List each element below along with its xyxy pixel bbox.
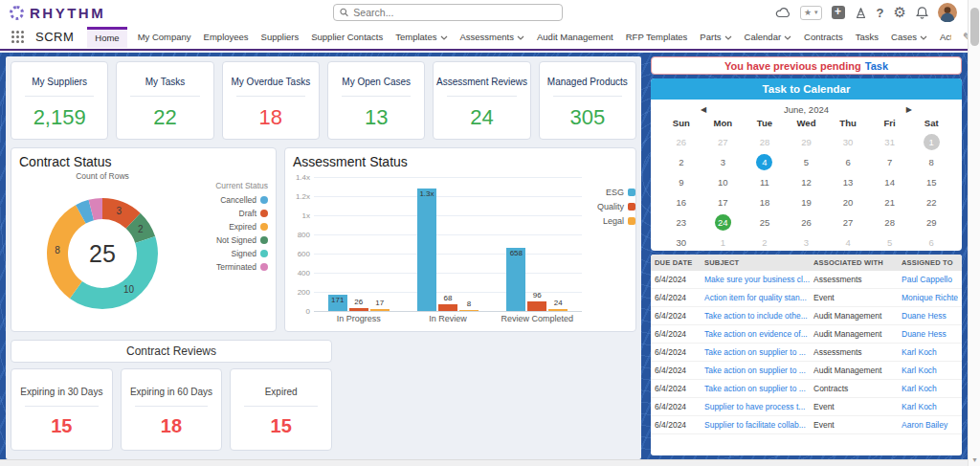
- task-assigned-to-link[interactable]: Karl Koch: [902, 402, 958, 411]
- setup-icon[interactable]: ⚙: [894, 4, 906, 21]
- kpi-card-my-overdue-tasks[interactable]: My Overdue Tasks18: [222, 61, 320, 140]
- calendar-day[interactable]: 17: [702, 192, 745, 212]
- nav-tab-my-company[interactable]: My Company: [136, 27, 193, 47]
- horizontal-scrollbar[interactable]: [0, 459, 968, 466]
- calendar-day[interactable]: 6: [910, 233, 952, 251]
- calendar-day[interactable]: 21: [869, 192, 911, 212]
- einstein-icon[interactable]: [775, 7, 791, 18]
- calendar-day[interactable]: 23: [660, 212, 702, 233]
- kpi-card-my-suppliers[interactable]: My Suppliers2,159: [11, 61, 108, 140]
- banner-task-link[interactable]: Task: [865, 60, 888, 72]
- calendar-day[interactable]: 16: [660, 192, 702, 212]
- nav-tab-supplier-contacts[interactable]: Supplier Contacts: [309, 27, 385, 47]
- calendar-day[interactable]: 25: [744, 212, 786, 233]
- review-card-expired[interactable]: Expired15: [230, 368, 332, 451]
- calendar-day[interactable]: 28: [744, 132, 786, 152]
- calendar-day[interactable]: 6: [827, 152, 869, 172]
- nav-tab-assessments[interactable]: Assessments: [458, 27, 527, 47]
- task-assigned-to-link[interactable]: Duane Hess: [902, 329, 958, 339]
- task-subject-link[interactable]: Make sure your business cl...: [704, 275, 813, 284]
- task-assigned-to-link[interactable]: Paul Cappello: [902, 275, 958, 284]
- calendar-day[interactable]: 3: [702, 152, 745, 172]
- kpi-card-assessment-reviews[interactable]: Assessment Reviews24: [433, 61, 530, 140]
- calendar-day[interactable]: 18: [744, 192, 786, 212]
- calendar-day[interactable]: 8: [910, 152, 952, 172]
- task-assigned-to-link[interactable]: Duane Hess: [902, 311, 958, 321]
- calendar-day[interactable]: 27: [702, 132, 745, 152]
- nav-tab-home[interactable]: Home: [87, 27, 126, 48]
- calendar-day[interactable]: 30: [660, 233, 702, 251]
- kpi-card-my-open-cases[interactable]: My Open Cases13: [327, 61, 425, 140]
- calendar-day[interactable]: 27: [827, 212, 869, 233]
- calendar-day[interactable]: 26: [660, 132, 702, 152]
- task-subject-link[interactable]: Take action on supplier to ...: [704, 366, 813, 375]
- task-subject-link[interactable]: Action item for quality stan...: [704, 293, 813, 302]
- quick-add-icon[interactable]: +: [832, 6, 845, 19]
- calendar-day[interactable]: 12: [786, 172, 828, 192]
- calendar-day[interactable]: 15: [910, 172, 952, 192]
- task-subject-link[interactable]: Supplier to facilitate collab...: [704, 420, 813, 430]
- calendar-day[interactable]: 31: [869, 132, 911, 152]
- calendar-next-icon[interactable]: ▶: [906, 105, 912, 114]
- calendar-day[interactable]: 10: [702, 172, 745, 192]
- task-subject-link[interactable]: Supplier to have process t...: [704, 402, 813, 411]
- task-subject-link[interactable]: Take action on evidence of...: [704, 329, 813, 339]
- avatar[interactable]: [938, 3, 957, 22]
- nav-tab-parts[interactable]: Parts: [698, 27, 733, 47]
- task-assigned-to-link[interactable]: Karl Koch: [902, 384, 958, 393]
- calendar-day[interactable]: 19: [786, 192, 828, 212]
- calendar-day[interactable]: 14: [869, 172, 911, 192]
- calendar-day[interactable]: 5: [869, 233, 911, 251]
- favorites-icon[interactable]: ★▾: [800, 6, 822, 20]
- search-input[interactable]: [353, 7, 556, 18]
- search-box[interactable]: [333, 4, 563, 21]
- task-assigned-to-link[interactable]: Monique Richter: [902, 293, 958, 302]
- scroll-down-icon[interactable]: ▼: [969, 456, 980, 463]
- nav-tab-rfp-templates[interactable]: RFP Templates: [624, 27, 690, 47]
- task-subject-link[interactable]: Take action to include othe...: [704, 311, 813, 321]
- nav-tab-employees[interactable]: Employees: [202, 27, 251, 47]
- nav-tab-action-items[interactable]: Action Items: [938, 27, 951, 47]
- nav-tab-calendar[interactable]: Calendar: [743, 27, 794, 47]
- kpi-card-my-tasks[interactable]: My Tasks22: [116, 61, 213, 140]
- review-card-expiring-in-60-days[interactable]: Expiring in 60 Days18: [121, 368, 223, 451]
- task-assigned-to-link[interactable]: Karl Koch: [902, 366, 958, 375]
- calendar-day[interactable]: 3: [786, 233, 828, 251]
- review-card-expiring-in-30-days[interactable]: Expiring in 30 Days15: [11, 368, 113, 451]
- calendar-day[interactable]: 2: [744, 233, 786, 251]
- task-subject-link[interactable]: Take action on supplier to ...: [704, 384, 813, 393]
- calendar-day[interactable]: 13: [827, 172, 869, 192]
- calendar-day[interactable]: 11: [744, 172, 786, 192]
- calendar-day[interactable]: 26: [786, 212, 828, 233]
- app-launcher-icon[interactable]: [11, 31, 24, 43]
- calendar-day[interactable]: 9: [660, 172, 702, 192]
- calendar-day[interactable]: 1: [910, 132, 952, 152]
- nav-tab-tasks[interactable]: Tasks: [854, 27, 880, 47]
- task-assigned-to-link[interactable]: Aaron Bailey: [902, 420, 958, 430]
- calendar-day[interactable]: 28: [869, 212, 911, 233]
- nav-tab-contracts[interactable]: Contracts: [802, 27, 845, 47]
- nav-tab-cases[interactable]: Cases: [889, 27, 929, 47]
- calendar-day[interactable]: 4: [744, 152, 786, 172]
- nav-tab-audit-management[interactable]: Audit Management: [535, 27, 615, 47]
- calendar-day[interactable]: 29: [910, 212, 952, 233]
- task-subject-link[interactable]: Take action on supplier to ...: [704, 347, 813, 357]
- notifications-icon[interactable]: [916, 6, 928, 19]
- vertical-scrollbar[interactable]: ▼: [968, 0, 980, 466]
- help-icon[interactable]: ?: [877, 6, 884, 20]
- calendar-day[interactable]: 1: [702, 233, 745, 251]
- scrollbar-thumb[interactable]: [970, 8, 979, 46]
- guidance-icon[interactable]: [855, 7, 867, 19]
- calendar-day[interactable]: 2: [660, 152, 702, 172]
- nav-tab-suppliers[interactable]: Suppliers: [259, 27, 301, 47]
- calendar-day[interactable]: 29: [786, 132, 828, 152]
- task-assigned-to-link[interactable]: Karl Koch: [902, 347, 958, 357]
- calendar-day[interactable]: 7: [869, 152, 911, 172]
- calendar-day[interactable]: 24: [702, 212, 745, 233]
- calendar-day[interactable]: 20: [827, 192, 869, 212]
- calendar-day[interactable]: 30: [827, 132, 869, 152]
- calendar-day[interactable]: 4: [827, 233, 869, 251]
- kpi-card-managed-products[interactable]: Managed Products305: [539, 61, 636, 140]
- calendar-day[interactable]: 22: [910, 192, 952, 212]
- calendar-day[interactable]: 5: [786, 152, 828, 172]
